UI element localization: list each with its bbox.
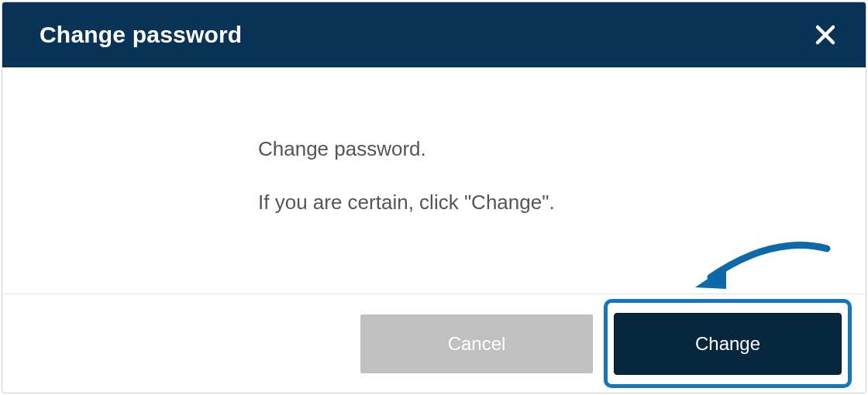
body-text-line1: Change password. — [258, 134, 835, 164]
change-password-dialog: Change password Change password. If you … — [2, 2, 866, 393]
dialog-header: Change password — [2, 2, 866, 67]
close-icon — [815, 24, 836, 46]
change-button[interactable]: Change — [614, 313, 842, 375]
cancel-button[interactable]: Cancel — [360, 314, 593, 373]
dialog-footer: Cancel Change — [2, 294, 866, 393]
change-button-highlight: Change — [604, 299, 852, 388]
dialog-title: Change password — [40, 22, 242, 48]
close-button[interactable] — [810, 19, 841, 50]
body-text-line2: If you are certain, click "Change". — [258, 187, 835, 218]
dialog-body: Change password. If you are certain, cli… — [2, 67, 866, 294]
